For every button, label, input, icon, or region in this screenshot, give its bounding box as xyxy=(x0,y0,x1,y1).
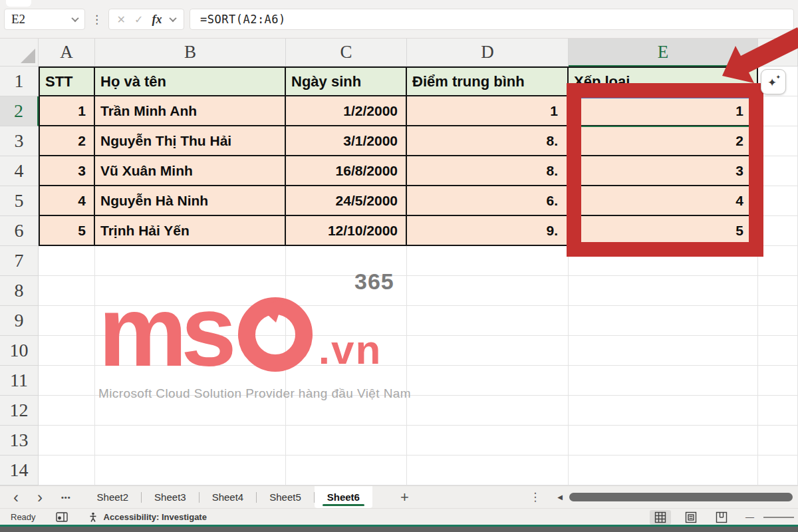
cell-e6[interactable]: 5 xyxy=(569,216,758,246)
cell[interactable] xyxy=(286,336,407,366)
row-header-10[interactable]: 10 xyxy=(0,336,39,366)
cell-e2-active[interactable]: 1 xyxy=(569,96,758,126)
cell[interactable] xyxy=(407,306,569,336)
column-header-d[interactable]: D xyxy=(407,39,569,66)
cell[interactable] xyxy=(39,366,95,396)
accessibility-status[interactable]: Accessibility: Investigate xyxy=(104,512,207,522)
sheet-tab-sheet3[interactable]: Sheet3 xyxy=(142,486,199,508)
cell[interactable] xyxy=(286,276,407,306)
cell[interactable] xyxy=(39,246,95,276)
cell-d6[interactable]: 9. xyxy=(407,216,569,246)
cancel-icon[interactable]: ✕ xyxy=(117,13,126,26)
quick-analysis-button[interactable]: ✦ ✦ xyxy=(761,69,786,94)
cell[interactable] xyxy=(569,276,758,306)
cell[interactable] xyxy=(95,366,286,396)
cell[interactable] xyxy=(569,336,758,366)
cell-c4[interactable]: 16/8/2000 xyxy=(286,156,407,186)
row-header-14[interactable]: 14 xyxy=(0,456,39,485)
accessibility-icon[interactable] xyxy=(88,512,98,523)
cell[interactable] xyxy=(569,396,758,426)
cell-a6[interactable]: 5 xyxy=(39,216,95,246)
prev-sheet-icon[interactable]: ‹ xyxy=(13,489,19,505)
normal-view-button[interactable] xyxy=(650,510,671,525)
cell[interactable] xyxy=(286,396,407,426)
cell[interactable] xyxy=(39,306,95,336)
cell[interactable] xyxy=(758,306,798,336)
cell-a5[interactable]: 4 xyxy=(39,186,95,216)
macro-record-icon[interactable] xyxy=(56,512,68,522)
select-all-button[interactable] xyxy=(0,39,39,66)
cell[interactable] xyxy=(758,336,798,366)
cell-c5[interactable]: 24/5/2000 xyxy=(286,186,407,216)
sheet-tab-sheet6-active[interactable]: Sheet6 xyxy=(315,486,372,508)
cell[interactable] xyxy=(758,396,798,426)
row-header-8[interactable]: 8 xyxy=(0,276,39,306)
row-header-5[interactable]: 5 xyxy=(0,186,39,216)
cell-f2[interactable] xyxy=(758,96,798,126)
chevron-down-icon[interactable] xyxy=(170,15,177,22)
cell-a2[interactable]: 1 xyxy=(39,96,95,126)
zoom-slider[interactable] xyxy=(763,517,794,518)
row-header-3[interactable]: 3 xyxy=(0,126,39,156)
cell-d1[interactable]: Điểm trung bình xyxy=(407,66,569,96)
cell-d2[interactable]: 1 xyxy=(407,96,569,126)
insert-function-icon[interactable]: fx xyxy=(152,13,162,27)
cell[interactable] xyxy=(407,366,569,396)
cell-e3[interactable]: 2 xyxy=(569,126,758,156)
scroll-left-icon[interactable]: ◀ xyxy=(557,493,563,501)
row-header-6[interactable]: 6 xyxy=(0,216,39,246)
cell-e5[interactable]: 4 xyxy=(569,186,758,216)
row-header-11[interactable]: 11 xyxy=(0,366,39,396)
cell-b3[interactable]: Nguyễn Thị Thu Hải xyxy=(95,126,286,156)
page-layout-view-button[interactable] xyxy=(680,510,702,525)
cell-b4[interactable]: Vũ Xuân Minh xyxy=(95,156,286,186)
cell[interactable] xyxy=(95,426,286,456)
cell[interactable] xyxy=(569,426,758,456)
cell[interactable] xyxy=(758,366,798,396)
row-header-9[interactable]: 9 xyxy=(0,306,39,336)
cell[interactable] xyxy=(569,246,758,276)
cell-e1[interactable]: Xếp loại xyxy=(569,66,758,96)
formula-input[interactable]: =SORT(A2:A6) xyxy=(190,9,794,30)
cell-b6[interactable]: Trịnh Hải Yến xyxy=(95,216,286,246)
cell[interactable] xyxy=(39,456,95,485)
cell[interactable] xyxy=(407,426,569,456)
row-header-7[interactable]: 7 xyxy=(0,246,39,276)
cell-b1[interactable]: Họ và tên xyxy=(95,66,286,96)
cell[interactable] xyxy=(758,246,798,276)
cell[interactable] xyxy=(407,396,569,426)
column-header-a[interactable]: A xyxy=(39,39,95,66)
cell-d3[interactable]: 8. xyxy=(407,126,569,156)
cell-f6[interactable] xyxy=(758,216,798,246)
cell-f4[interactable] xyxy=(758,156,798,186)
cell[interactable] xyxy=(569,366,758,396)
cell[interactable] xyxy=(286,246,407,276)
cell-d5[interactable]: 6. xyxy=(407,186,569,216)
cell-c2[interactable]: 1/2/2000 xyxy=(286,96,407,126)
cell[interactable] xyxy=(758,456,798,485)
row-header-1[interactable]: 1 xyxy=(0,66,39,96)
enter-icon[interactable]: ✓ xyxy=(134,13,143,26)
cell-a1[interactable]: STT xyxy=(39,66,95,96)
cell-f5[interactable] xyxy=(758,186,798,216)
cell[interactable] xyxy=(407,456,569,485)
cell[interactable] xyxy=(569,306,758,336)
cell[interactable] xyxy=(95,306,286,336)
cell[interactable] xyxy=(758,276,798,306)
cell[interactable] xyxy=(39,396,95,426)
cell-a3[interactable]: 2 xyxy=(39,126,95,156)
fill-handle[interactable] xyxy=(753,122,759,128)
row-header-4[interactable]: 4 xyxy=(0,156,39,186)
cell-b5[interactable]: Nguyễn Hà Ninh xyxy=(95,186,286,216)
column-header-f[interactable] xyxy=(758,39,798,66)
cell[interactable] xyxy=(95,456,286,485)
cell-c3[interactable]: 3/1/2000 xyxy=(286,126,407,156)
cell[interactable] xyxy=(407,246,569,276)
cell-c1[interactable]: Ngày sinh xyxy=(286,66,407,96)
cell[interactable] xyxy=(95,336,286,366)
cell[interactable] xyxy=(95,246,286,276)
cell-e4[interactable]: 3 xyxy=(569,156,758,186)
name-box[interactable]: E2 xyxy=(4,9,85,30)
zoom-out-icon[interactable]: — xyxy=(745,512,754,522)
cell[interactable] xyxy=(286,366,407,396)
